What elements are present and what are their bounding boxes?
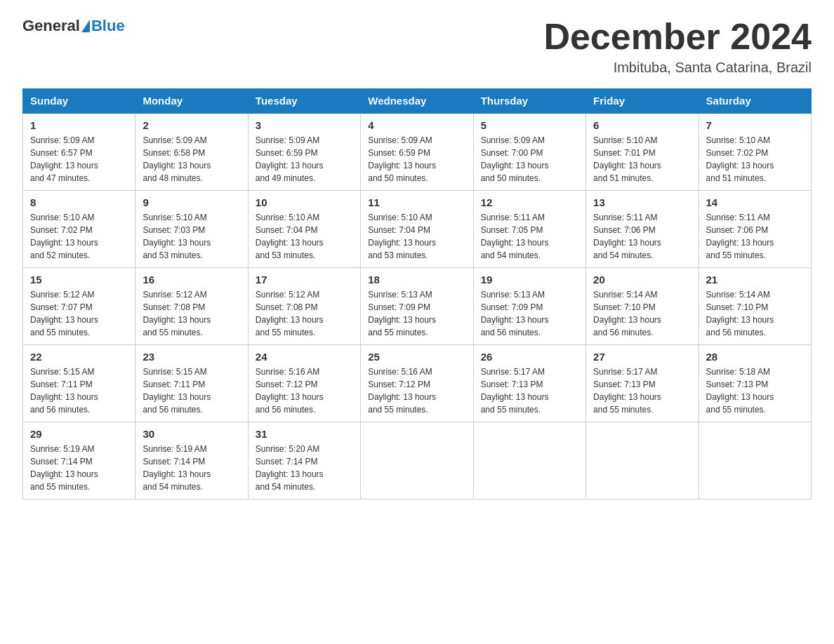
day-info: Sunrise: 5:14 AMSunset: 7:10 PMDaylight:… — [593, 288, 691, 339]
calendar-cell: 20Sunrise: 5:14 AMSunset: 7:10 PMDayligh… — [586, 268, 699, 345]
month-title: December 2024 — [543, 17, 812, 57]
calendar-cell: 10Sunrise: 5:10 AMSunset: 7:04 PMDayligh… — [248, 191, 360, 268]
day-number: 31 — [256, 428, 353, 440]
calendar-cell: 16Sunrise: 5:12 AMSunset: 7:08 PMDayligh… — [135, 268, 248, 345]
day-info: Sunrise: 5:17 AMSunset: 7:13 PMDaylight:… — [481, 365, 578, 416]
day-info: Sunrise: 5:19 AMSunset: 7:14 PMDaylight:… — [30, 443, 128, 493]
calendar-week-4: 22Sunrise: 5:15 AMSunset: 7:11 PMDayligh… — [23, 345, 812, 422]
day-info: Sunrise: 5:12 AMSunset: 7:07 PMDaylight:… — [30, 288, 128, 339]
calendar-cell: 6Sunrise: 5:10 AMSunset: 7:01 PMDaylight… — [586, 113, 699, 191]
calendar-cell: 25Sunrise: 5:16 AMSunset: 7:12 PMDayligh… — [361, 345, 473, 422]
day-number: 6 — [593, 119, 691, 131]
day-number: 5 — [481, 119, 578, 131]
day-number: 24 — [256, 351, 353, 363]
column-header-thursday: Thursday — [473, 89, 585, 114]
calendar-cell: 26Sunrise: 5:17 AMSunset: 7:13 PMDayligh… — [473, 345, 585, 422]
calendar-week-3: 15Sunrise: 5:12 AMSunset: 7:07 PMDayligh… — [23, 268, 812, 345]
day-number: 9 — [143, 196, 240, 208]
logo-triangle-icon — [81, 20, 90, 32]
location-subtitle: Imbituba, Santa Catarina, Brazil — [543, 60, 812, 76]
calendar-cell: 15Sunrise: 5:12 AMSunset: 7:07 PMDayligh… — [23, 268, 135, 345]
calendar-table: SundayMondayTuesdayWednesdayThursdayFrid… — [22, 88, 812, 499]
calendar-cell: 28Sunrise: 5:18 AMSunset: 7:13 PMDayligh… — [699, 345, 811, 422]
column-header-sunday: Sunday — [23, 89, 135, 114]
calendar-cell: 4Sunrise: 5:09 AMSunset: 6:59 PMDaylight… — [361, 113, 473, 191]
day-info: Sunrise: 5:12 AMSunset: 7:08 PMDaylight:… — [143, 288, 240, 339]
day-number: 27 — [593, 351, 691, 363]
calendar-week-1: 1Sunrise: 5:09 AMSunset: 6:57 PMDaylight… — [23, 113, 812, 191]
day-number: 7 — [706, 119, 804, 131]
calendar-cell: 1Sunrise: 5:09 AMSunset: 6:57 PMDaylight… — [23, 113, 135, 191]
day-info: Sunrise: 5:15 AMSunset: 7:11 PMDaylight:… — [30, 365, 128, 416]
day-number: 28 — [706, 351, 804, 363]
day-number: 15 — [30, 274, 128, 286]
calendar-cell: 3Sunrise: 5:09 AMSunset: 6:59 PMDaylight… — [248, 113, 360, 191]
day-number: 19 — [481, 274, 578, 286]
logo-blue-text: Blue — [91, 17, 125, 35]
calendar-cell — [473, 422, 585, 499]
calendar-cell: 27Sunrise: 5:17 AMSunset: 7:13 PMDayligh… — [586, 345, 699, 422]
calendar-cell: 17Sunrise: 5:12 AMSunset: 7:08 PMDayligh… — [248, 268, 360, 345]
calendar-cell: 7Sunrise: 5:10 AMSunset: 7:02 PMDaylight… — [699, 113, 811, 191]
column-header-monday: Monday — [135, 89, 248, 114]
calendar-cell: 9Sunrise: 5:10 AMSunset: 7:03 PMDaylight… — [135, 191, 248, 268]
calendar-header-row: SundayMondayTuesdayWednesdayThursdayFrid… — [23, 89, 812, 114]
day-info: Sunrise: 5:10 AMSunset: 7:01 PMDaylight:… — [593, 134, 691, 185]
column-header-friday: Friday — [586, 89, 699, 114]
day-number: 8 — [30, 196, 128, 208]
day-number: 25 — [368, 351, 465, 363]
day-info: Sunrise: 5:10 AMSunset: 7:04 PMDaylight:… — [256, 211, 353, 262]
day-number: 4 — [368, 119, 465, 131]
day-number: 11 — [368, 196, 465, 208]
day-number: 21 — [706, 274, 804, 286]
column-header-tuesday: Tuesday — [248, 89, 360, 114]
column-header-wednesday: Wednesday — [361, 89, 473, 114]
calendar-cell — [699, 422, 811, 499]
day-info: Sunrise: 5:10 AMSunset: 7:04 PMDaylight:… — [368, 211, 465, 262]
calendar-cell: 30Sunrise: 5:19 AMSunset: 7:14 PMDayligh… — [135, 422, 248, 499]
day-info: Sunrise: 5:13 AMSunset: 7:09 PMDaylight:… — [368, 288, 465, 339]
title-area: December 2024 Imbituba, Santa Catarina, … — [543, 17, 812, 76]
day-info: Sunrise: 5:09 AMSunset: 6:57 PMDaylight:… — [30, 134, 128, 185]
day-info: Sunrise: 5:14 AMSunset: 7:10 PMDaylight:… — [706, 288, 804, 339]
calendar-week-5: 29Sunrise: 5:19 AMSunset: 7:14 PMDayligh… — [23, 422, 812, 499]
calendar-cell: 23Sunrise: 5:15 AMSunset: 7:11 PMDayligh… — [135, 345, 248, 422]
day-number: 20 — [593, 274, 691, 286]
page-header: General Blue December 2024 Imbituba, San… — [22, 17, 812, 76]
calendar-cell: 2Sunrise: 5:09 AMSunset: 6:58 PMDaylight… — [135, 113, 248, 191]
day-number: 23 — [143, 351, 240, 363]
day-info: Sunrise: 5:17 AMSunset: 7:13 PMDaylight:… — [593, 365, 691, 416]
logo-general-text: General — [22, 17, 80, 35]
calendar-cell: 24Sunrise: 5:16 AMSunset: 7:12 PMDayligh… — [248, 345, 360, 422]
day-info: Sunrise: 5:15 AMSunset: 7:11 PMDaylight:… — [143, 365, 240, 416]
calendar-cell: 11Sunrise: 5:10 AMSunset: 7:04 PMDayligh… — [361, 191, 473, 268]
day-info: Sunrise: 5:10 AMSunset: 7:03 PMDaylight:… — [143, 211, 240, 262]
logo: General Blue — [22, 17, 125, 35]
day-info: Sunrise: 5:16 AMSunset: 7:12 PMDaylight:… — [368, 365, 465, 416]
day-info: Sunrise: 5:10 AMSunset: 7:02 PMDaylight:… — [30, 211, 128, 262]
day-number: 12 — [481, 196, 578, 208]
column-header-saturday: Saturday — [699, 89, 811, 114]
calendar-cell: 8Sunrise: 5:10 AMSunset: 7:02 PMDaylight… — [23, 191, 135, 268]
calendar-cell: 18Sunrise: 5:13 AMSunset: 7:09 PMDayligh… — [361, 268, 473, 345]
calendar-week-2: 8Sunrise: 5:10 AMSunset: 7:02 PMDaylight… — [23, 191, 812, 268]
calendar-cell: 14Sunrise: 5:11 AMSunset: 7:06 PMDayligh… — [699, 191, 811, 268]
calendar-cell — [361, 422, 473, 499]
calendar-cell: 31Sunrise: 5:20 AMSunset: 7:14 PMDayligh… — [248, 422, 360, 499]
day-info: Sunrise: 5:10 AMSunset: 7:02 PMDaylight:… — [706, 134, 804, 185]
day-number: 17 — [256, 274, 353, 286]
day-info: Sunrise: 5:12 AMSunset: 7:08 PMDaylight:… — [256, 288, 353, 339]
day-number: 1 — [30, 119, 128, 131]
day-info: Sunrise: 5:20 AMSunset: 7:14 PMDaylight:… — [256, 443, 353, 493]
calendar-cell — [586, 422, 699, 499]
day-info: Sunrise: 5:09 AMSunset: 6:59 PMDaylight:… — [256, 134, 353, 185]
day-number: 3 — [256, 119, 353, 131]
day-number: 26 — [481, 351, 578, 363]
day-info: Sunrise: 5:11 AMSunset: 7:06 PMDaylight:… — [706, 211, 804, 262]
calendar-cell: 29Sunrise: 5:19 AMSunset: 7:14 PMDayligh… — [23, 422, 135, 499]
day-info: Sunrise: 5:19 AMSunset: 7:14 PMDaylight:… — [143, 443, 240, 493]
calendar-cell: 22Sunrise: 5:15 AMSunset: 7:11 PMDayligh… — [23, 345, 135, 422]
day-info: Sunrise: 5:18 AMSunset: 7:13 PMDaylight:… — [706, 365, 804, 416]
calendar-cell: 5Sunrise: 5:09 AMSunset: 7:00 PMDaylight… — [473, 113, 585, 191]
day-number: 18 — [368, 274, 465, 286]
